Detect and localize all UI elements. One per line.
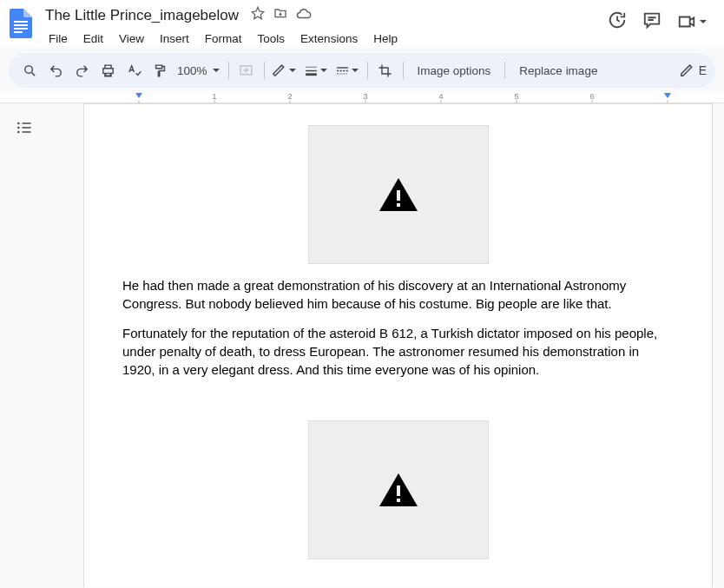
border-color-icon[interactable] — [270, 58, 299, 83]
editing-letter: E — [699, 63, 707, 77]
chevron-down-icon — [352, 69, 359, 72]
ruler-marks: 1 2 3 4 5 6 — [0, 91, 724, 103]
svg-text:4: 4 — [438, 92, 443, 101]
svg-point-4 — [24, 65, 31, 73]
embedded-image-1[interactable] — [308, 125, 489, 264]
menu-format[interactable]: Format — [198, 30, 249, 48]
svg-rect-27 — [397, 486, 400, 496]
svg-rect-3 — [14, 31, 23, 33]
redo-icon[interactable] — [69, 58, 94, 83]
document-title[interactable]: The Little Prince_imagebelow — [42, 6, 242, 25]
page-area[interactable]: He had then made a great demonstration o… — [49, 103, 724, 587]
separator — [367, 62, 368, 79]
warning-icon — [378, 472, 419, 508]
svg-rect-2 — [14, 28, 28, 30]
chevron-down-icon — [213, 69, 220, 72]
paint-format-icon[interactable] — [148, 58, 172, 83]
outline-panel — [0, 103, 49, 587]
menu-insert[interactable]: Insert — [153, 30, 196, 48]
warning-icon — [378, 176, 419, 213]
zoom-select[interactable]: 100% — [174, 64, 223, 77]
svg-point-23 — [17, 127, 20, 129]
svg-rect-25 — [397, 190, 400, 201]
cloud-status-icon[interactable] — [296, 6, 312, 25]
svg-point-24 — [17, 131, 20, 134]
separator — [228, 62, 229, 79]
print-icon[interactable] — [95, 58, 120, 83]
image-options-button[interactable]: Image options — [409, 58, 500, 83]
meet-icon[interactable] — [677, 12, 707, 31]
horizontal-ruler[interactable]: 1 2 3 4 5 6 — [0, 91, 724, 103]
toolbar: 100% Image options Replace image E — [9, 53, 715, 88]
editing-mode-button[interactable]: E — [681, 63, 707, 78]
replace-image-button[interactable]: Replace image — [510, 58, 606, 83]
separator — [504, 62, 505, 79]
chevron-down-icon — [700, 20, 707, 23]
spellcheck-icon[interactable] — [122, 58, 146, 83]
search-icon[interactable] — [17, 58, 42, 83]
docs-logo-box[interactable] — [0, 5, 42, 38]
title-area: The Little Prince_imagebelow File Edit V… — [42, 5, 608, 48]
move-folder-icon[interactable] — [273, 6, 287, 25]
header-right — [608, 5, 724, 33]
comments-icon[interactable] — [642, 10, 661, 33]
add-comment-icon[interactable] — [234, 58, 259, 83]
border-dash-icon[interactable] — [332, 58, 362, 83]
pencil-icon — [681, 63, 695, 78]
svg-text:1: 1 — [212, 92, 216, 101]
svg-text:3: 3 — [363, 92, 367, 101]
workspace: He had then made a great demonstration o… — [0, 103, 724, 587]
docs-logo-icon — [10, 9, 32, 38]
separator — [403, 62, 404, 79]
svg-text:2: 2 — [287, 92, 292, 101]
app-header: The Little Prince_imagebelow File Edit V… — [0, 0, 724, 48]
border-weight-icon[interactable] — [301, 58, 331, 83]
menu-extensions[interactable]: Extensions — [293, 30, 365, 48]
star-icon[interactable] — [251, 6, 265, 25]
svg-marker-20 — [135, 93, 142, 98]
chevron-down-icon — [289, 69, 296, 72]
embedded-image-2[interactable] — [308, 420, 489, 559]
paragraph-2[interactable]: Fortunately for the reputation of the as… — [122, 324, 674, 380]
svg-rect-26 — [397, 203, 400, 207]
zoom-value: 100% — [177, 64, 207, 77]
svg-text:5: 5 — [514, 92, 518, 101]
outline-toggle-icon[interactable] — [16, 119, 33, 587]
crop-icon[interactable] — [373, 58, 398, 83]
menu-edit[interactable]: Edit — [76, 30, 110, 48]
toolbar-right: E — [681, 63, 707, 78]
history-icon[interactable] — [608, 10, 627, 33]
svg-marker-21 — [664, 93, 671, 98]
svg-text:6: 6 — [589, 92, 594, 101]
chevron-down-icon — [320, 69, 327, 72]
menu-file[interactable]: File — [42, 30, 75, 48]
svg-rect-28 — [397, 499, 400, 502]
menu-view[interactable]: View — [112, 30, 151, 48]
document-page[interactable]: He had then made a great demonstration o… — [83, 103, 713, 587]
paragraph-1[interactable]: He had then made a great demonstration o… — [122, 276, 674, 314]
menu-tools[interactable]: Tools — [251, 30, 293, 48]
svg-rect-1 — [14, 24, 28, 26]
svg-point-22 — [17, 122, 20, 125]
title-icons — [251, 6, 312, 25]
svg-rect-0 — [14, 21, 28, 23]
menu-bar: File Edit View Insert Format Tools Exten… — [42, 30, 608, 48]
menu-help[interactable]: Help — [366, 30, 405, 48]
separator — [264, 62, 265, 79]
undo-icon[interactable] — [43, 58, 68, 83]
title-row: The Little Prince_imagebelow — [42, 5, 608, 26]
